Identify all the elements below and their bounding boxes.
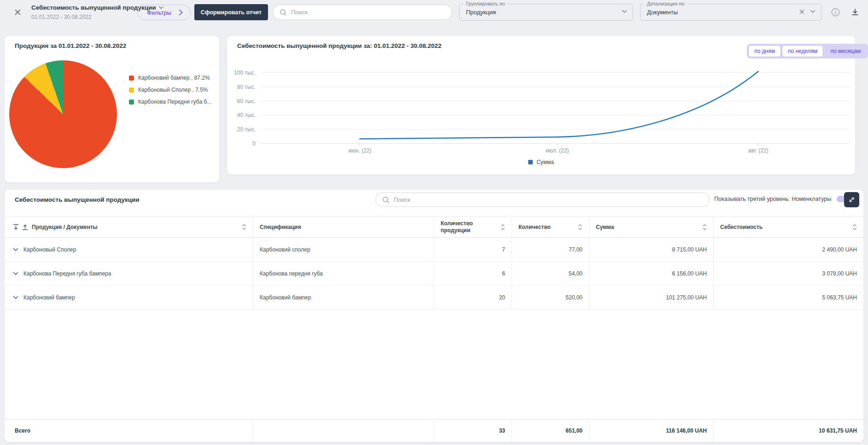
info-icon [831,8,840,17]
expand-row-icon[interactable] [13,272,18,275]
line-series [260,72,850,143]
table-search-input[interactable] [394,196,703,203]
table-card-header: Себестоимость выпущенной продукции Показ… [5,190,863,217]
column-header-products[interactable]: Продукция / Документы [5,217,253,237]
filters-button[interactable]: Фильтры [137,5,191,20]
y-axis-tick: 40 тыс. [237,112,256,118]
y-axis-tick: 20 тыс. [237,126,256,133]
legend-swatch [129,88,134,93]
column-label: Спецификация [260,224,301,231]
product-qty-cell: 7 [434,238,512,261]
cost-cell: 3 078,00 UAH [714,262,863,285]
table-row[interactable]: Карбоновый Сполер Карбоновий сполер 7 77… [5,238,863,262]
table-row[interactable]: Карбонова Передня губа бампера Карбонова… [5,262,863,286]
column-label: Продукция / Документы [32,224,98,231]
pie-card-title: Продукция за 01.01.2022 - 30.08.2022 [15,42,126,49]
product-qty-cell: 20 [434,286,512,309]
info-button[interactable] [830,7,840,17]
sort-icon[interactable] [501,223,505,231]
line-series-path [360,71,758,139]
sort-icon[interactable] [702,223,707,231]
total-cost-cell: 10 631,75 UAH [714,420,863,442]
line-plot: 100 тыс. 80 тыс. 60 тыс. 40 тыс. 20 тыс.… [260,72,850,143]
y-axis-tick: 100 тыс. [234,70,256,76]
column-header-specification[interactable]: Спецификация [253,217,434,237]
sort-icon[interactable] [578,223,583,231]
sum-cell: 6 156,00 UAH [589,262,714,285]
x-axis-tick: июн. (22) [348,143,371,154]
table-row[interactable]: Карбоновий бампер Карбоновий бампер 20 5… [5,286,863,310]
collapse-all-rows-icon[interactable] [22,224,28,230]
group-by-value: Продукция [466,9,496,16]
product-cell: Карбоновий бампер [5,286,253,309]
expand-all-rows-icon[interactable] [13,224,19,230]
row-expand-controls [13,224,28,230]
expand-row-icon[interactable] [13,296,18,299]
legend-item[interactable]: Карбоновий бампер , 87.2% [129,72,211,84]
chevron-down-icon[interactable] [810,10,816,13]
product-cell: Карбоновый Сполер [5,238,253,261]
toggle-label: Показывать третий уровень: Номенклатуры [714,196,831,202]
download-icon [851,8,859,16]
legend-swatch [528,160,533,164]
download-button[interactable] [850,7,860,17]
fullscreen-button[interactable] [844,192,859,207]
sum-cell: 8 715,00 UAH [589,238,714,261]
legend-swatch [129,76,134,81]
expand-row-icon[interactable] [13,248,18,252]
group-by-select[interactable]: Группировать по Продукция [459,4,633,21]
legend-swatch [129,100,134,105]
total-label-cell: Всего [5,420,253,442]
pie-chart[interactable] [9,60,117,168]
tab-by-days[interactable]: по дням [748,45,781,57]
y-axis-tick: 0 [252,141,256,147]
search-icon [382,196,390,204]
table-search [375,193,710,207]
column-label: Себестоимость [720,224,763,231]
detail-by-label: Детализация по [645,1,687,6]
table-empty-area [5,310,863,419]
column-header-cost[interactable]: Себестоимость [714,217,863,237]
specification-cell: Карбоновий сполер [253,238,434,261]
search-icon [280,9,287,16]
product-name: Карбоновий бампер [23,294,75,301]
line-legend-item[interactable]: Сумма [227,159,855,165]
page: Себестоимость выпущенной продукции 01.01… [0,0,868,445]
x-axis-tick: июл. (22) [546,143,569,154]
column-header-qty[interactable]: Количество [512,217,589,237]
cost-cell: 2 490,00 UAH [714,238,863,261]
tab-by-weeks[interactable]: по неделям [782,45,824,57]
specification-cell: Карбонова передня губа [253,262,434,285]
legend-item[interactable]: Карбоновый Сполер , 7.5% [129,84,211,96]
product-name: Карбоновый Сполер [23,246,76,253]
legend-item[interactable]: Карбонова Передня губа б... [129,96,211,108]
x-axis-tick: авг. (22) [748,143,769,154]
search-input[interactable] [291,9,445,16]
legend-label: Карбонова Передня губа б... [138,99,211,105]
column-header-product-qty[interactable]: Количество продукции [434,217,512,237]
generate-report-button[interactable]: Сформировать отчет [194,4,268,20]
product-qty-cell: 6 [434,262,512,285]
column-label: Количество продукции [441,220,497,234]
column-label: Количество [518,224,551,231]
legend-label: Сумма [536,159,554,165]
close-button[interactable] [12,6,23,18]
legend-label: Карбоновий бампер , 87.2% [138,75,210,81]
table-header-row: Продукция / Документы Спецификация Колич… [5,217,863,238]
chevron-down-icon[interactable] [622,10,627,13]
legend-label: Карбоновый Сполер , 7.5% [138,87,208,93]
qty-cell: 520,00 [512,286,589,309]
tab-by-months[interactable]: по месяцам [824,45,867,57]
third-level-toggle-wrap: Показывать третий уровень: Номенклатуры [714,196,853,202]
sort-icon[interactable] [852,223,857,231]
pie-legend: Карбоновий бампер , 87.2% Карбоновый Спо… [129,72,211,108]
clear-icon[interactable] [799,9,804,14]
detail-by-select[interactable]: Детализация по Документы [640,4,821,21]
sort-icon[interactable] [242,223,246,231]
column-header-sum[interactable]: Сумма [589,217,714,237]
chevron-right-icon [179,9,183,16]
sum-cell: 101 275,00 UAH [589,286,714,309]
table-total-row: Всего 33 651,00 116 146,00 UAH 10 631,75… [5,419,863,442]
qty-cell: 54,00 [512,262,589,285]
total-qty-cell: 651,00 [512,420,589,442]
